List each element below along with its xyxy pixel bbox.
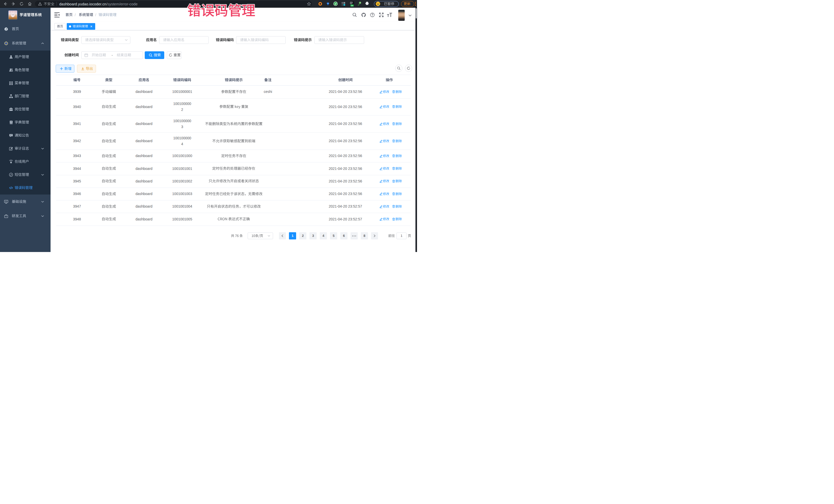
svg-text:on: on (351, 5, 353, 6)
